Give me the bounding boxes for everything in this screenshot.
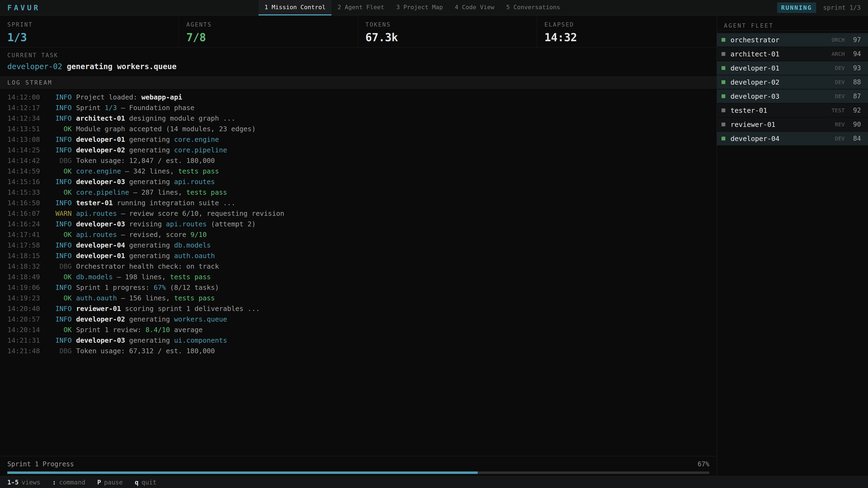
log-segment: scoring sprint 1 deliverables ... bbox=[121, 305, 260, 313]
log-stream[interactable]: 14:12:00INFOProject loaded: webapp-api14… bbox=[0, 89, 717, 456]
log-segment: — revised, score bbox=[117, 231, 190, 238]
agent-row-developer-03[interactable]: developer-03DEV87 bbox=[717, 90, 868, 103]
log-timestamp: 14:19:06 bbox=[7, 284, 40, 291]
log-message: Sprint 1/3 — Foundation phase bbox=[76, 104, 194, 112]
log-segment: — 198 lines, bbox=[113, 273, 170, 281]
log-line: 14:13:51OKModule graph accepted (14 modu… bbox=[7, 124, 709, 134]
log-timestamp: 14:16:07 bbox=[7, 209, 40, 218]
log-level: INFO bbox=[40, 176, 72, 187]
log-segment: tests pass bbox=[186, 188, 227, 196]
log-timestamp: 14:20:57 bbox=[7, 315, 40, 323]
agent-role: REV bbox=[835, 121, 845, 128]
footer-key: 1-5 bbox=[7, 479, 19, 486]
log-timestamp: 14:20:40 bbox=[7, 305, 40, 313]
log-segment: developer-02 bbox=[76, 315, 125, 323]
log-segment: — Foundation phase bbox=[117, 104, 194, 112]
footer-hint-quit: qquit bbox=[135, 479, 156, 486]
log-stream-header: LOG STREAM bbox=[0, 77, 717, 89]
stat-value: 1/3 bbox=[7, 31, 179, 44]
log-message: developer-02 generating core.pipeline bbox=[76, 146, 227, 154]
agent-status-icon bbox=[721, 66, 725, 70]
agent-row-reviewer-01[interactable]: reviewer-01REV90 bbox=[717, 118, 868, 131]
log-timestamp: 14:18:32 bbox=[7, 262, 40, 270]
app-title: FAVUR bbox=[7, 3, 40, 12]
agent-row-architect-01[interactable]: architect-01ARCH94 bbox=[717, 47, 868, 61]
tab-code-view[interactable]: 4 Code View bbox=[449, 0, 500, 15]
agent-role: DEV bbox=[835, 93, 845, 99]
stat-label: ELAPSED bbox=[545, 22, 717, 28]
log-message: api.routes — review score 6/10, requesti… bbox=[76, 209, 284, 218]
view-tabs: 1 Mission Control2 Agent Fleet3 Project … bbox=[258, 0, 566, 15]
footer-key: P bbox=[97, 479, 101, 486]
agent-role: DEV bbox=[835, 79, 845, 86]
log-line: 14:21:48DBGToken usage: 67,312 / est. 18… bbox=[7, 346, 709, 356]
log-message: developer-02 generating workers.queue bbox=[76, 315, 227, 323]
log-line: 14:18:49OKdb.models — 198 lines, tests p… bbox=[7, 272, 709, 282]
log-timestamp: 14:16:50 bbox=[7, 199, 40, 207]
log-level: DBG bbox=[40, 261, 72, 272]
agent-status-icon bbox=[721, 123, 725, 126]
agent-row-developer-02[interactable]: developer-02DEV88 bbox=[717, 75, 868, 89]
log-level: INFO bbox=[40, 145, 72, 155]
log-segment: developer-03 bbox=[76, 220, 125, 228]
log-segment: tests pass bbox=[170, 273, 211, 281]
log-segment: generating bbox=[125, 241, 174, 249]
tab-conversations[interactable]: 5 Conversations bbox=[500, 0, 566, 15]
log-level: INFO bbox=[40, 92, 72, 102]
stat-agents: AGENTS7/8 bbox=[179, 15, 358, 47]
agent-score: 94 bbox=[849, 50, 861, 58]
current-task-line: developer-02 generating workers.queue bbox=[7, 62, 709, 71]
agent-row-developer-04[interactable]: developer-04DEV84 bbox=[717, 132, 868, 145]
log-message: Module graph accepted (14 modules, 23 ed… bbox=[76, 125, 255, 133]
agent-score: 84 bbox=[849, 135, 861, 142]
log-segment: developer-04 bbox=[76, 241, 125, 249]
agent-list: orchestratorORCH97architect-01ARCH94deve… bbox=[717, 31, 868, 145]
progress-row: Sprint 1 Progress 67% bbox=[7, 460, 709, 468]
log-segment: webapp-api bbox=[141, 93, 182, 101]
log-segment: — 342 lines, bbox=[121, 167, 178, 175]
log-segment: tester-01 bbox=[76, 199, 113, 207]
log-line: 14:14:59OKcore.engine — 342 lines, tests… bbox=[7, 166, 709, 176]
footer-hint-label: quit bbox=[142, 479, 156, 486]
agent-name: architect-01 bbox=[731, 50, 832, 58]
agent-role: ARCH bbox=[832, 51, 845, 57]
progress-bar-track bbox=[7, 471, 709, 474]
log-segment: auth.oauth bbox=[174, 252, 215, 260]
log-line: 14:14:25INFOdeveloper-02 generating core… bbox=[7, 145, 709, 155]
log-segment: developer-03 bbox=[76, 336, 125, 344]
log-line: 14:12:34INFOarchitect-01 designing modul… bbox=[7, 113, 709, 124]
top-bar: FAVUR 1 Mission Control2 Agent Fleet3 Pr… bbox=[0, 0, 868, 15]
log-line: 14:18:32DBGOrchestrator health check: on… bbox=[7, 261, 709, 272]
log-segment: db.models bbox=[174, 241, 211, 249]
log-message: core.engine — 342 lines, tests pass bbox=[76, 167, 219, 175]
footer-hint-label: command bbox=[59, 479, 86, 486]
log-segment: core.pipeline bbox=[174, 146, 227, 154]
log-message: Sprint 1 review: 8.4/10 average bbox=[76, 326, 203, 334]
log-timestamp: 14:13:08 bbox=[7, 135, 40, 143]
log-message: developer-03 revising api.routes (attemp… bbox=[76, 220, 255, 228]
agent-name: developer-01 bbox=[731, 64, 835, 72]
log-timestamp: 14:12:34 bbox=[7, 115, 40, 122]
agent-row-developer-01[interactable]: developer-01DEV93 bbox=[717, 61, 868, 75]
footer-hint-views: 1-5views bbox=[7, 479, 40, 486]
log-level: INFO bbox=[40, 113, 72, 124]
log-message: Orchestrator health check: on track bbox=[76, 262, 219, 270]
log-level: DBG bbox=[40, 346, 72, 356]
agent-row-tester-01[interactable]: tester-01TEST92 bbox=[717, 104, 868, 117]
log-line: 14:15:33OKcore.pipeline — 287 lines, tes… bbox=[7, 187, 709, 198]
log-line: 14:18:15INFOdeveloper-01 generating auth… bbox=[7, 251, 709, 261]
log-segment: revising bbox=[125, 220, 166, 228]
main-column: SPRINT1/3AGENTS7/8TOKENS67.3kELAPSED14:3… bbox=[0, 15, 717, 476]
stat-label: TOKENS bbox=[365, 22, 537, 28]
tab-agent-fleet[interactable]: 2 Agent Fleet bbox=[332, 0, 390, 15]
agent-row-orchestrator[interactable]: orchestratorORCH97 bbox=[717, 33, 868, 46]
tab-mission-control[interactable]: 1 Mission Control bbox=[258, 0, 332, 15]
log-segment: Module graph accepted (14 modules, 23 ed… bbox=[76, 125, 255, 133]
log-message: reviewer-01 scoring sprint 1 deliverable… bbox=[76, 305, 259, 313]
log-segment: generating bbox=[125, 252, 174, 260]
agent-status-icon bbox=[721, 52, 725, 56]
log-level: INFO bbox=[40, 335, 72, 346]
log-message: auth.oauth — 156 lines, tests pass bbox=[76, 294, 215, 302]
tab-project-map[interactable]: 3 Project Map bbox=[390, 0, 448, 15]
body-row: SPRINT1/3AGENTS7/8TOKENS67.3kELAPSED14:3… bbox=[0, 15, 868, 476]
